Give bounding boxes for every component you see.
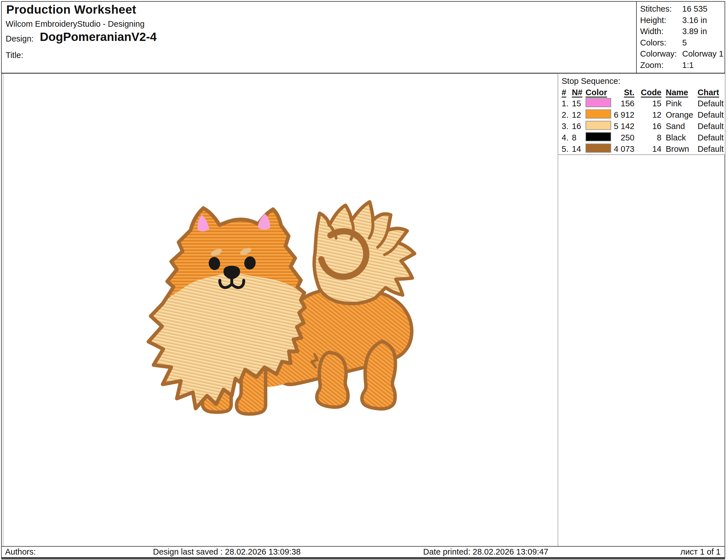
stop-cell: 156 [612,99,635,108]
color-swatch-cell [586,110,612,121]
color-swatch-cell [586,98,612,109]
stop-cell: 6 912 [612,110,635,120]
stop-col-header: St. [612,88,635,97]
dog-hind-leg-left [317,352,348,407]
info-value: Colorway 1 [682,49,726,59]
stop-sequence-title: Stop Sequence: [558,74,725,87]
stop-col-header: Name [661,88,693,97]
stop-cell: 16 [635,122,661,131]
info-label: Colorway: [640,49,682,59]
info-value: 1:1 [682,61,726,70]
authors-label: Authors: [5,547,36,557]
design-name: DogPomeranianV2-4 [40,30,157,44]
stop-col-header: Chart [693,88,725,97]
stop-cell: 4 073 [612,144,635,154]
page-title: Production Worksheet [6,3,136,16]
stop-cell: Sand [661,122,693,131]
stop-cell: Default [693,99,725,108]
info-row: Colors:5 [640,37,726,49]
stop-cell: 14 [572,144,586,154]
pomeranian-embroidery-design [145,193,418,421]
stop-col-header: N# [572,88,586,97]
stop-cell: 3. [562,122,572,131]
stop-cell: 1. [562,99,572,108]
date-printed-text: Date printed: 28.02.2026 13:09:47 [423,547,548,557]
design-info-panel: Stitches:16 535Height:3.16 inWidth:3.89 … [637,1,726,73]
stop-cell: 8 [635,133,661,143]
stop-cell: Default [693,133,725,143]
stop-sequence-row: 5.144 07314BrownDefault [558,143,725,155]
stop-rows: 1.1515615PinkDefault2.126 91212OrangeDef… [558,98,725,155]
stop-cell: Default [693,110,725,120]
info-row: Stitches:16 535 [640,3,726,15]
stop-cell: 14 [635,144,661,154]
design-label: Design: [6,34,34,44]
stop-col-header: Color [586,88,612,97]
color-swatch [586,110,611,119]
stop-cell: Pink [661,99,693,108]
info-value: 5 [682,38,726,48]
stop-cell: 12 [572,110,586,120]
stop-cell: 15 [572,99,586,108]
app-subtitle: Wilcom EmbroideryStudio - Designing [6,19,144,29]
stop-col-header: Code [635,88,661,97]
info-row: Zoom:1:1 [640,60,726,71]
stop-sequence-row: 4.82508BlackDefault [558,132,725,143]
stop-sequence-row: 2.126 91212OrangeDefault [558,109,725,121]
stop-col-header: # [562,88,572,97]
stop-cell: 5 142 [612,122,635,131]
stop-cell: 15 [635,99,661,108]
stop-cell: 250 [612,133,635,143]
production-worksheet-page: Production Worksheet Wilcom EmbroiderySt… [0,0,728,560]
stop-cell: 2. [562,110,572,120]
stop-cell: 8 [572,133,586,143]
footer-bar: Authors: Design last saved : 28.02.2026 … [1,546,725,558]
info-label: Colors: [640,38,682,48]
stop-header-row: #N#ColorSt.CodeNameChart [558,87,725,98]
color-swatch-cell [586,144,612,155]
stop-cell: Brown [661,144,693,154]
stop-cell: 16 [572,122,586,131]
info-value: 3.16 in [682,16,726,25]
info-row: Width:3.89 in [640,26,726,37]
stop-cell: Default [693,122,725,131]
info-value: 16 535 [682,4,726,14]
info-label: Zoom: [640,61,682,70]
design-canvas [3,74,558,546]
stop-sequence-panel: Stop Sequence: #N#ColorSt.CodeNameChart … [558,73,725,155]
last-saved-text: Design last saved : 28.02.2026 13:09:38 [153,547,301,557]
stop-cell: 12 [635,110,661,120]
info-label: Stitches: [640,4,682,14]
color-swatch [586,144,611,153]
sheet-number-text: лист 1 of 1 [680,547,721,557]
stop-cell: 5. [562,144,572,154]
info-value: 3.89 in [682,27,726,36]
color-swatch-cell [586,121,612,132]
footer-shadow-line [1,558,725,559]
stop-sequence-row: 3.165 14216SandDefault [558,121,725,132]
info-table: Stitches:16 535Height:3.16 inWidth:3.89 … [640,3,726,71]
stop-cell: 4. [562,133,572,143]
color-swatch [586,132,611,141]
title-label: Title: [6,51,23,60]
info-row: Colorway:Colorway 1 [640,48,726,60]
stop-sequence-row: 1.1515615PinkDefault [558,98,725,109]
info-label: Width: [640,27,682,36]
color-swatch [586,121,611,130]
stop-cell: Default [693,144,725,154]
info-row: Height:3.16 in [640,15,726,26]
info-label: Height: [640,16,682,25]
stop-cell: Orange [661,110,693,120]
color-swatch [586,98,611,107]
stop-cell: Black [661,133,693,143]
color-swatch-cell [586,132,612,143]
